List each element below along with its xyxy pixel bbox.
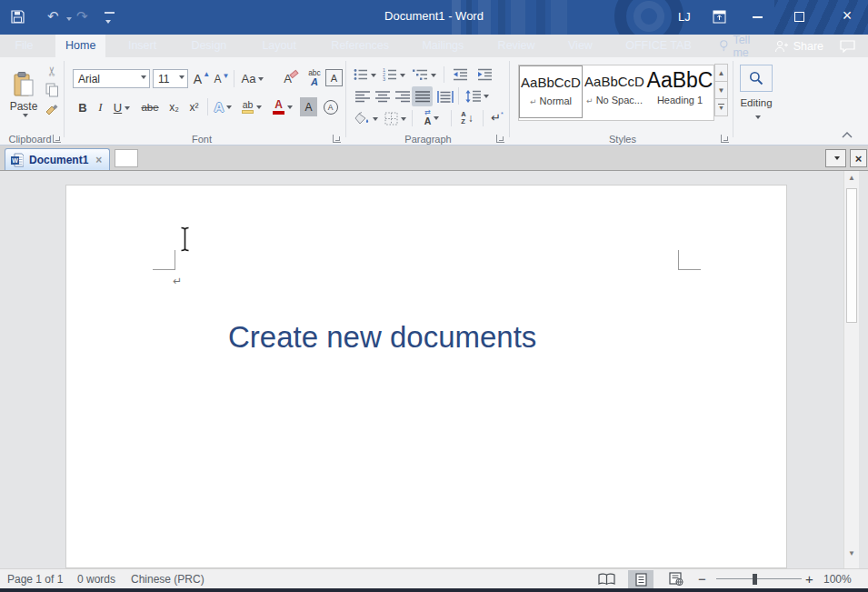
zoom-slider-handle[interactable] <box>753 574 757 585</box>
font-size-value: 11 <box>158 73 169 85</box>
paragraph-dialog-launcher-icon[interactable] <box>496 135 504 143</box>
styles-more-icon[interactable]: ▼ <box>714 98 728 116</box>
align-left-button[interactable] <box>353 87 372 105</box>
read-mode-button[interactable] <box>598 573 615 586</box>
collapse-ribbon-icon[interactable] <box>842 132 853 138</box>
align-right-button[interactable] <box>393 87 412 105</box>
numbering-button[interactable]: 123 <box>381 65 406 84</box>
document-tab-close-icon[interactable]: × <box>95 154 102 166</box>
font-dialog-launcher-icon[interactable] <box>333 135 341 143</box>
word-count[interactable]: 0 words <box>77 573 115 586</box>
line-spacing-button[interactable] <box>463 86 492 105</box>
font-family-combo[interactable]: Arial <box>73 69 150 88</box>
scrollbar-thumb[interactable] <box>846 188 857 323</box>
comments-icon[interactable] <box>840 40 855 53</box>
editing-dropdown-icon[interactable] <box>755 115 761 122</box>
tab-file[interactable]: File <box>5 35 43 57</box>
tell-me-box[interactable]: Tell me <box>710 35 774 57</box>
change-case-button[interactable]: Aa <box>237 69 268 88</box>
minimize-button[interactable] <box>753 16 763 18</box>
bullets-button[interactable] <box>353 65 377 84</box>
shading-button[interactable] <box>353 109 379 127</box>
font-size-combo[interactable]: 11 <box>153 69 188 88</box>
character-border-button[interactable]: A <box>325 69 343 86</box>
tab-review[interactable]: Review <box>488 35 545 57</box>
zoom-in-button[interactable]: + <box>805 571 813 587</box>
print-layout-button[interactable] <box>628 570 653 588</box>
document-tab[interactable]: W Document1 × <box>5 148 110 170</box>
new-document-tab-button[interactable] <box>115 149 138 167</box>
tab-insert[interactable]: Insert <box>118 35 166 57</box>
justify-button[interactable] <box>412 86 433 106</box>
clear-formatting-button[interactable]: A <box>280 68 302 88</box>
style-normal[interactable]: AaBbCcD ↵ Normal <box>519 65 583 118</box>
zoom-slider-track[interactable] <box>716 578 802 579</box>
tab-close-button[interactable]: × <box>850 149 867 167</box>
style-no-spacing[interactable]: AaBbCcD ↵ No Spac... <box>583 65 646 118</box>
shrink-font-button[interactable]: A▼ <box>213 70 231 88</box>
tab-list-dropdown-button[interactable] <box>825 149 846 167</box>
styles-scroll-up-icon[interactable]: ▲ <box>714 64 728 82</box>
ribbon-display-options-icon[interactable] <box>713 10 726 24</box>
phonetic-guide-button[interactable]: abc A <box>304 67 325 89</box>
strikethrough-button[interactable]: abe <box>137 97 163 117</box>
zoom-percentage[interactable]: 100% <box>823 573 852 586</box>
decrease-indent-button[interactable] <box>449 65 471 84</box>
highlight-color-button[interactable]: ab <box>237 96 266 117</box>
grow-font-button[interactable]: A▲ <box>192 69 212 88</box>
titlebar: ↶ ↷ Document1 - Word LJ × <box>0 0 868 35</box>
web-layout-icon <box>669 572 683 586</box>
increase-indent-button[interactable] <box>474 65 495 84</box>
multilevel-list-icon <box>413 68 428 81</box>
multilevel-list-button[interactable] <box>410 65 438 84</box>
page[interactable]: ↵ Create new documents <box>65 185 787 568</box>
styles-gallery-scroll: ▲ ▼ ▼ <box>714 65 728 116</box>
clipboard-dialog-launcher-icon[interactable] <box>53 135 61 143</box>
bold-button[interactable]: B <box>74 97 92 117</box>
tab-view[interactable]: View <box>558 35 603 57</box>
scrollbar-down-icon[interactable]: ▼ <box>844 547 859 561</box>
vertical-scrollbar[interactable]: ▲ ▼ <box>843 171 859 568</box>
tab-mailings[interactable]: Mailings <box>412 35 474 57</box>
tab-office-tab[interactable]: OFFICE TAB <box>615 35 701 57</box>
borders-button[interactable] <box>382 109 408 127</box>
maximize-button[interactable] <box>794 12 804 22</box>
italic-button[interactable]: I <box>93 97 108 117</box>
style-heading1[interactable]: AaBbC Heading 1 <box>646 65 713 118</box>
styles-scroll-down-icon[interactable]: ▼ <box>714 81 728 99</box>
language-indicator[interactable]: Chinese (PRC) <box>131 573 205 586</box>
asian-layout-button[interactable]: ⇄ A <box>417 108 446 127</box>
find-button[interactable] <box>740 65 773 92</box>
page-indicator[interactable]: Page 1 of 1 <box>7 573 63 586</box>
scrollbar-up-icon[interactable]: ▲ <box>844 171 859 186</box>
tab-references[interactable]: References <box>321 35 399 57</box>
text-effects-button[interactable]: A <box>211 96 235 117</box>
styles-group-label: Styles <box>514 134 732 145</box>
copy-icon[interactable] <box>45 83 59 97</box>
tab-layout[interactable]: Layout <box>252 35 306 57</box>
account-initials[interactable]: LJ <box>678 10 691 24</box>
character-shading-button[interactable]: A <box>300 97 317 116</box>
share-button[interactable]: Share <box>774 40 823 53</box>
underline-button[interactable]: U <box>109 97 135 117</box>
subscript-button[interactable]: x₂ <box>165 97 184 117</box>
show-hide-marks-button[interactable]: ↵* <box>487 108 507 127</box>
tab-home[interactable]: Home <box>55 35 105 57</box>
web-layout-button[interactable] <box>669 572 683 586</box>
paste-button[interactable]: Paste <box>5 62 42 129</box>
enclose-characters-button[interactable]: A <box>321 97 340 116</box>
paragraph-mark: ↵ <box>173 275 182 287</box>
font-color-button[interactable]: A <box>269 96 296 117</box>
zoom-out-button[interactable]: − <box>698 571 706 587</box>
cut-icon[interactable]: ✂ <box>44 63 60 79</box>
tab-design[interactable]: Design <box>181 35 236 57</box>
close-button[interactable]: × <box>836 6 858 25</box>
distributed-button[interactable] <box>434 87 455 105</box>
styles-dialog-launcher-icon[interactable] <box>721 135 729 143</box>
editing-label[interactable]: Editing <box>733 95 780 110</box>
align-center-button[interactable] <box>373 87 392 105</box>
document-area[interactable]: ↵ Create new documents ▲ ▼ <box>0 171 868 568</box>
format-painter-icon[interactable] <box>45 103 59 117</box>
superscript-button[interactable]: x² <box>185 97 204 117</box>
sort-button[interactable]: A Z ↓ <box>455 108 479 127</box>
